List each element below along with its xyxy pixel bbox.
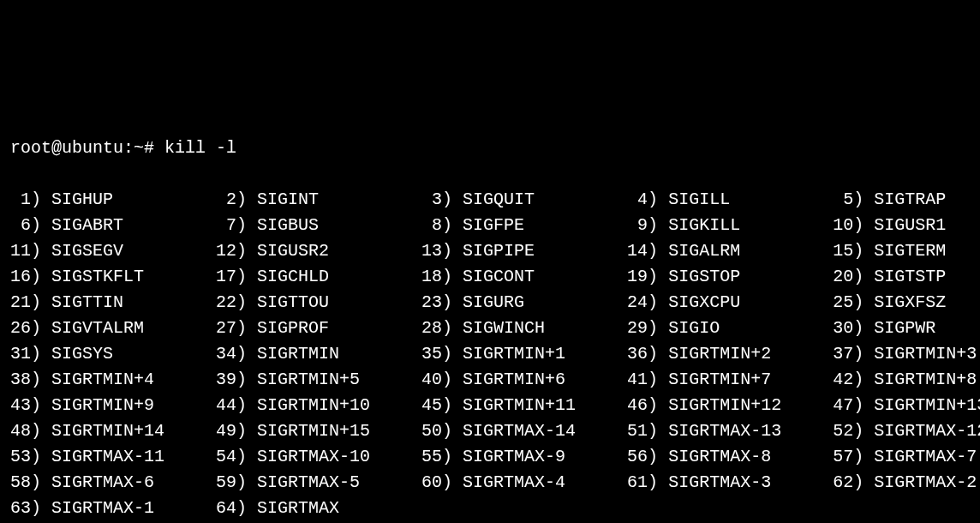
- signal-table: 1) SIGHUP 2) SIGINT 3) SIGQUIT 4) SIGILL…: [10, 189, 980, 518]
- terminal-output: root@ubuntu:~# kill -l 1) SIGHUP 2) SIGI…: [10, 110, 970, 523]
- command-prompt-line: root@ubuntu:~# kill -l: [10, 138, 236, 158]
